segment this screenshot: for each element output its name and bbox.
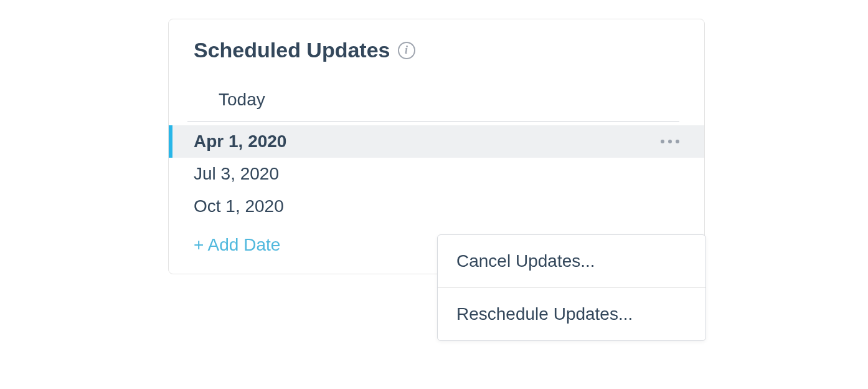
menu-item-reschedule-updates[interactable]: Reschedule Updates... — [438, 288, 705, 340]
date-label: Oct 1, 2020 — [194, 196, 284, 216]
info-icon[interactable]: i — [398, 42, 415, 59]
panel-title: Scheduled Updates — [194, 38, 390, 62]
date-label: Jul 3, 2020 — [194, 164, 279, 184]
date-row[interactable]: Oct 1, 2020 — [169, 190, 704, 223]
menu-item-cancel-updates[interactable]: Cancel Updates... — [438, 235, 705, 288]
date-list: Apr 1, 2020 Jul 3, 2020 Oct 1, 2020 — [169, 122, 704, 223]
panel-header: Scheduled Updates i — [169, 38, 704, 75]
more-icon[interactable] — [661, 140, 679, 143]
today-row[interactable]: Today — [187, 75, 679, 122]
today-label: Today — [219, 90, 654, 110]
date-row-active[interactable]: Apr 1, 2020 — [169, 125, 704, 158]
dropdown-menu: Cancel Updates... Reschedule Updates... — [437, 234, 706, 341]
date-label: Apr 1, 2020 — [194, 132, 286, 151]
date-row[interactable]: Jul 3, 2020 — [169, 158, 704, 190]
